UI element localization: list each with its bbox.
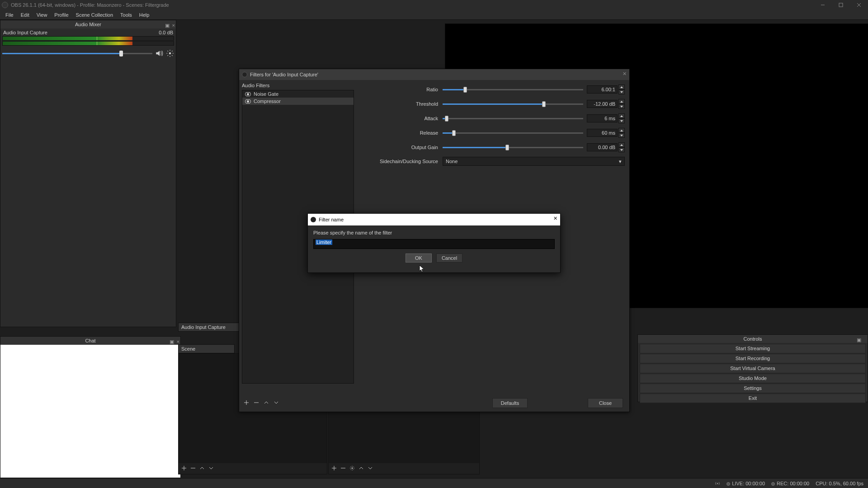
controls-title: Controls <box>744 336 762 342</box>
filter-name-cancel-button[interactable]: Cancel <box>436 253 462 263</box>
filter-item-label: Compressor <box>254 99 281 104</box>
scenes-down-icon[interactable] <box>208 465 214 472</box>
controls-dock: Controls ▣ Start Streaming Start Recordi… <box>637 334 868 402</box>
param-slider-output-gain[interactable] <box>443 147 583 148</box>
studio-mode-button[interactable]: Studio Mode <box>640 374 866 383</box>
dock-close-icon[interactable]: × <box>172 21 175 29</box>
param-spinner-attack[interactable] <box>618 113 625 123</box>
eye-icon[interactable] <box>245 92 251 96</box>
menubar: File Edit View Profile Scene Collection … <box>0 10 868 20</box>
param-label-ratio: Ratio <box>361 87 443 92</box>
param-spinner-output-gain[interactable] <box>618 142 625 152</box>
menu-profile[interactable]: Profile <box>51 11 72 19</box>
mixer-channel-level: 0.0 dB <box>159 30 173 35</box>
param-value-attack[interactable]: 6 ms <box>587 114 618 122</box>
filter-remove-icon[interactable] <box>254 400 259 406</box>
mixer-channel-name: Audio Input Capture <box>3 30 47 35</box>
status-live: LIVE: 00:00:00 <box>732 481 765 486</box>
filters-dialog-close-icon[interactable]: ✕ <box>623 71 627 77</box>
svg-point-3 <box>717 483 718 484</box>
menu-file[interactable]: File <box>2 11 17 19</box>
param-slider-threshold[interactable] <box>443 103 583 105</box>
dock-popout-icon[interactable]: ▣ <box>165 21 170 29</box>
eye-icon[interactable] <box>245 99 251 103</box>
sources-remove-icon[interactable] <box>340 465 346 472</box>
dock-popout-icon[interactable]: ▣ <box>857 336 861 344</box>
audio-mixer-header: Audio Mixer ▣ × <box>0 20 176 28</box>
filter-item-compressor[interactable]: Compressor <box>242 98 354 105</box>
window-maximize-button[interactable] <box>832 0 850 10</box>
settings-button[interactable]: Settings <box>640 384 866 393</box>
chat-header: Chat ▣ × <box>0 337 180 345</box>
param-value-ratio[interactable]: 6.00:1 <box>587 85 618 94</box>
param-slider-release[interactable] <box>443 132 583 134</box>
filters-close-button[interactable]: Close <box>588 398 623 408</box>
filter-name-dialog: Filter name ✕ Please specify the name of… <box>307 213 561 273</box>
mixer-settings-icon[interactable] <box>166 49 174 57</box>
scenes-add-icon[interactable] <box>181 465 187 472</box>
mixer-meter-left <box>2 36 174 41</box>
sources-up-icon[interactable] <box>359 465 364 472</box>
obs-icon <box>311 217 316 222</box>
status-broadcast-icon <box>715 481 720 486</box>
window-title: OBS 26.1.1 (64-bit, windows) - Profile: … <box>11 2 169 8</box>
param-slider-ratio[interactable] <box>443 89 583 90</box>
menu-view[interactable]: View <box>33 11 51 19</box>
param-value-release[interactable]: 60 ms <box>587 129 618 137</box>
audio-mixer-dock: Audio Mixer ▣ × Audio Input Capture 0.0 … <box>0 20 176 327</box>
chevron-down-icon: ▾ <box>619 159 622 164</box>
window-titlebar: OBS 26.1.1 (64-bit, windows) - Profile: … <box>0 0 868 10</box>
statusbar: LIVE: 00:00:00 REC: 00:00:00 CPU: 0.5%, … <box>0 478 868 488</box>
filters-left-label: Audio Filters <box>242 83 354 88</box>
filter-down-icon[interactable] <box>274 400 279 406</box>
filter-name-ok-button[interactable]: OK <box>406 253 432 263</box>
mixer-volume-slider[interactable] <box>2 53 152 54</box>
scenes-up-icon[interactable] <box>199 465 205 472</box>
scenes-remove-icon[interactable] <box>190 465 196 472</box>
start-virtual-camera-button[interactable]: Start Virtual Camera <box>640 364 866 373</box>
filter-add-icon[interactable] <box>244 400 249 406</box>
filter-name-input[interactable]: Limiter <box>313 239 555 249</box>
menu-scene-collection[interactable]: Scene Collection <box>72 11 117 19</box>
sources-add-icon[interactable] <box>331 465 337 472</box>
param-label-release: Release <box>361 130 443 136</box>
start-recording-button[interactable]: Start Recording <box>640 354 866 363</box>
status-rec-dot <box>771 482 775 486</box>
mixer-meter-right <box>2 41 174 46</box>
param-label-output-gain: Output Gain <box>361 145 443 150</box>
param-spinner-ratio[interactable] <box>618 84 625 94</box>
param-select-value: None <box>446 159 458 164</box>
chat-title: Chat <box>85 338 95 343</box>
filters-defaults-button[interactable]: Defaults <box>492 398 528 408</box>
filter-name-close-icon[interactable]: ✕ <box>553 216 557 221</box>
status-cpu: CPU: 0.5%, 60.00 fps <box>816 481 863 486</box>
controls-header: Controls ▣ <box>638 335 868 343</box>
param-value-threshold[interactable]: -12.00 dB <box>587 100 618 108</box>
svg-rect-0 <box>839 3 843 7</box>
param-label-threshold: Threshold <box>361 101 443 107</box>
menu-edit[interactable]: Edit <box>17 11 33 19</box>
menu-help[interactable]: Help <box>136 11 153 19</box>
filter-up-icon[interactable] <box>264 400 269 406</box>
param-spinner-release[interactable] <box>618 128 625 138</box>
scene-label-bar[interactable]: Scene <box>178 344 235 353</box>
param-select-sidechain[interactable]: None ▾ <box>443 157 625 166</box>
menu-tools[interactable]: Tools <box>117 11 136 19</box>
filter-name-titlebar[interactable]: Filter name ✕ <box>308 214 560 225</box>
mixer-mute-icon[interactable] <box>155 49 163 57</box>
window-minimize-button[interactable] <box>814 0 832 10</box>
param-slider-attack[interactable] <box>443 118 583 119</box>
filter-item-noise-gate[interactable]: Noise Gate <box>242 90 354 98</box>
window-close-button[interactable] <box>850 0 868 10</box>
svg-point-2 <box>352 468 353 469</box>
param-value-output-gain[interactable]: 0.00 dB <box>587 143 618 151</box>
chat-body[interactable] <box>0 345 180 478</box>
audio-mixer-title: Audio Mixer <box>75 22 101 27</box>
param-spinner-threshold[interactable] <box>618 99 625 109</box>
exit-button[interactable]: Exit <box>640 394 866 403</box>
filters-dialog-titlebar[interactable]: Filters for 'Audio Input Capture' ✕ <box>239 69 629 80</box>
start-streaming-button[interactable]: Start Streaming <box>640 344 866 353</box>
sources-down-icon[interactable] <box>368 465 373 472</box>
mouse-cursor-icon <box>419 265 425 274</box>
sources-settings-icon[interactable] <box>349 465 355 472</box>
